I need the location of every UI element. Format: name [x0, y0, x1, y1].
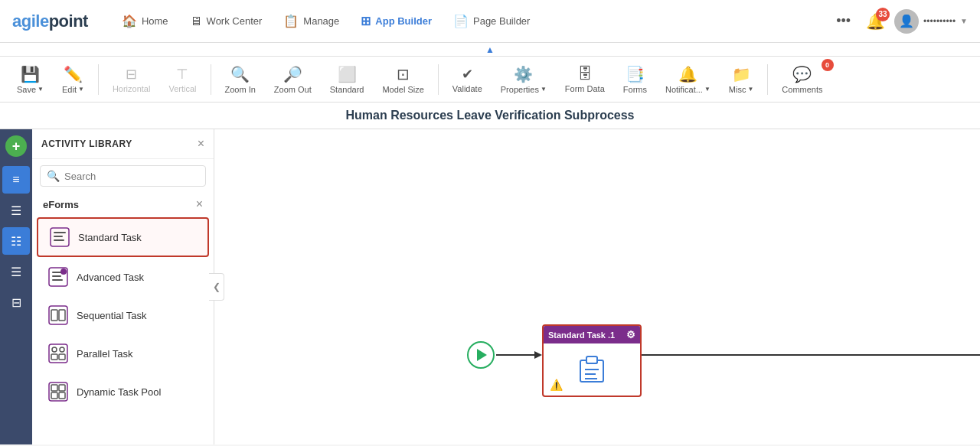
nav-item-workcenter[interactable]: 🖥 Work Center	[181, 10, 272, 33]
svg-rect-16	[59, 354, 65, 360]
sidebar-icon-settings[interactable]: ☷	[2, 227, 30, 255]
svg-point-14	[60, 347, 64, 352]
toolbar-notifications[interactable]: 🔔 Notificat... ▼	[658, 62, 718, 97]
toolbar-zoomin[interactable]: 🔍 Zoom In	[217, 62, 263, 97]
category-name: eForms	[43, 199, 79, 210]
list-item-advanced-task[interactable]: Advanced Task	[37, 259, 209, 295]
start-play-icon	[477, 349, 487, 361]
toolbar-standard[interactable]: ⬜ Standard	[322, 62, 372, 97]
pagebuilder-icon: 📄	[453, 14, 469, 28]
collapse-bar[interactable]: ▲	[0, 43, 980, 57]
home-icon: 🏠	[122, 14, 137, 28]
advanced-task-icon	[47, 266, 69, 288]
arrow-start-to-task	[534, 351, 542, 359]
collapse-icon: ❮	[213, 282, 220, 292]
svg-rect-19	[59, 385, 65, 391]
svg-point-13	[52, 347, 57, 352]
sidebar-icon-strip: + ≡ ☰ ☷ ☰ ⊟	[0, 129, 32, 444]
list-item-sequential-task[interactable]: Sequential Task	[37, 297, 209, 334]
sidebar-title: ACTIVITY LIBRARY	[41, 138, 132, 149]
appbuilder-icon: ⊞	[361, 14, 371, 28]
comments-icon: 💬	[792, 65, 812, 83]
nav-item-appbuilder[interactable]: ⊞ App Builder	[351, 9, 441, 33]
nav-item-home[interactable]: 🏠 Home	[113, 9, 178, 33]
add-activity-button[interactable]: +	[5, 135, 27, 157]
task-gear-icon[interactable]: ⚙	[626, 329, 635, 340]
toolbar: 💾 Save ▼ ✏️ Edit ▼ ⊟ Horizontal ⊤ Vertic…	[0, 57, 980, 103]
svg-rect-1	[54, 232, 66, 233]
sidebar-icon-list[interactable]: ☰	[2, 197, 30, 224]
list-item-standard-task[interactable]: Standard Task	[37, 217, 209, 257]
nav-items: 🏠 Home 🖥 Work Center 📋 Manage ⊞ App Buil…	[113, 9, 830, 33]
svg-rect-21	[59, 392, 65, 399]
zoomin-icon: 🔍	[230, 65, 250, 83]
task-clipboard-icon	[577, 354, 607, 385]
category-header: eForms ×	[32, 193, 214, 213]
nav-item-pagebuilder[interactable]: 📄 Page Builder	[444, 9, 539, 33]
toolbar-forms[interactable]: 📑 Forms	[616, 62, 655, 97]
user-area[interactable]: 👤 •••••••••• ▼	[894, 9, 968, 34]
svg-rect-7	[52, 279, 63, 281]
toolbar-properties[interactable]: ⚙️ Properties ▼	[493, 62, 554, 97]
sidebar-collapse-button[interactable]: ❮	[209, 273, 224, 301]
toolbar-zoomout[interactable]: 🔎 Zoom Out	[266, 62, 319, 97]
toolbar-formdata[interactable]: 🗄 Form Data	[557, 62, 612, 96]
chevron-up-icon: ▲	[485, 44, 495, 55]
start-node[interactable]	[467, 341, 495, 369]
canvas-area[interactable]: Standard Task .1 ⚙ ⚠️	[214, 129, 980, 444]
svg-rect-6	[52, 275, 61, 277]
notification-badge: 33	[876, 8, 890, 21]
standard-label: Standard	[330, 85, 364, 94]
save-icon: 💾	[21, 65, 40, 83]
toolbar-misc[interactable]: 📁 Misc ▼	[721, 62, 762, 97]
sidebar-close-button[interactable]: ×	[198, 137, 204, 151]
search-box[interactable]: 🔍	[40, 165, 206, 187]
misc-icon: 📁	[732, 65, 751, 83]
svg-rect-18	[51, 385, 57, 391]
nav-item-manage[interactable]: 📋 Manage	[274, 9, 348, 33]
toolbar-edit[interactable]: ✏️ Edit ▼	[54, 62, 92, 97]
properties-label: Properties	[501, 85, 539, 94]
advanced-task-label: Advanced Task	[77, 272, 144, 283]
horizontal-icon: ⊟	[126, 66, 137, 83]
vertical-label: Vertical	[168, 84, 196, 93]
modelsize-icon: ⊡	[397, 65, 410, 83]
dynamic-task-pool-label: Dynamic Task Pool	[77, 386, 161, 398]
sidebar-icon-grid[interactable]: ⊟	[2, 288, 30, 316]
nav-label-workcenter: Work Center	[207, 15, 263, 27]
comments-badge: 0	[822, 59, 834, 71]
category-close-button[interactable]: ×	[196, 197, 203, 211]
nav-label-manage: Manage	[303, 15, 339, 27]
toolbar-validate[interactable]: ✔ Validate	[445, 63, 490, 96]
sidebar-icon-library[interactable]: ≡	[2, 166, 30, 194]
main-layout: + ≡ ☰ ☷ ☰ ⊟ ACTIVITY LIBRARY × 🔍 eForms …	[0, 129, 980, 444]
misc-label: Misc	[729, 85, 746, 94]
logo[interactable]: agilepoint	[12, 11, 88, 31]
task-node[interactable]: Standard Task .1 ⚙ ⚠️	[542, 324, 642, 397]
nav-label-appbuilder: App Builder	[375, 15, 432, 27]
edit-label: Edit	[62, 85, 77, 94]
svg-rect-11	[59, 310, 65, 321]
list-item-dynamic-task-pool[interactable]: Dynamic Task Pool	[37, 373, 209, 410]
notification-button[interactable]: 🔔 33	[866, 12, 885, 31]
forms-icon: 📑	[626, 65, 645, 83]
standard-task-label: Standard Task	[78, 232, 142, 243]
nav-label-pagebuilder: Page Builder	[473, 15, 530, 27]
standard-task-icon	[49, 226, 70, 248]
toolbar-modelsize[interactable]: ⊡ Model Size	[374, 62, 431, 97]
list-item-parallel-task[interactable]: Parallel Task	[37, 335, 209, 372]
comments-label: Comments	[782, 85, 822, 94]
sidebar-icon-text[interactable]: ☰	[2, 258, 30, 285]
edit-icon: ✏️	[64, 65, 83, 83]
toolbar-comments[interactable]: 💬 0 Comments	[774, 62, 830, 97]
edit-dropdown-icon: ▼	[78, 86, 84, 93]
modelsize-label: Model Size	[382, 85, 423, 94]
nav-right: ••• 🔔 33 👤 •••••••••• ▼	[830, 9, 968, 34]
toolbar-horizontal: ⊟ Horizontal	[105, 63, 158, 96]
sequential-task-label: Sequential Task	[77, 310, 147, 321]
toolbar-sep-4	[767, 64, 768, 95]
svg-rect-2	[54, 236, 63, 237]
search-input[interactable]	[64, 171, 199, 182]
nav-more-button[interactable]: •••	[830, 10, 857, 32]
toolbar-save[interactable]: 💾 Save ▼	[9, 62, 51, 97]
